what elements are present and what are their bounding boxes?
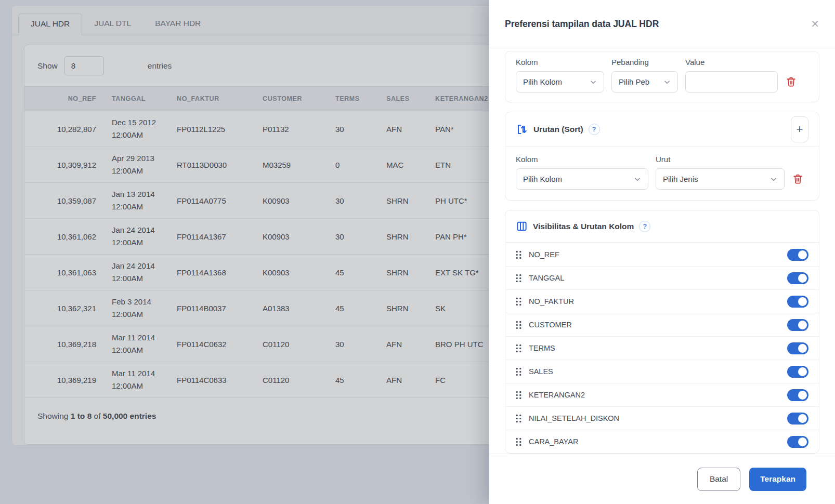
toggle-knob (798, 367, 807, 376)
sort-urut-label: Urut (656, 155, 785, 164)
filter-value-label: Value (685, 58, 778, 67)
drag-handle-icon[interactable] (516, 344, 521, 353)
visibility-row: KETERANGAN2 (505, 383, 819, 406)
column-visibility-toggle[interactable] (787, 296, 808, 308)
filter-pebanding-label: Pebanding (611, 58, 678, 67)
drag-handle-icon[interactable] (516, 391, 521, 400)
filter-card: Kolom Pilih Kolom Pebanding Pilih Peb (505, 51, 819, 102)
chevron-down-icon (634, 176, 641, 183)
filter-kolom-label: Kolom (516, 58, 604, 67)
filter-pebanding-field: Pebanding Pilih Peb (611, 58, 678, 92)
visibility-row: CARA_BAYAR (505, 430, 819, 453)
apply-button[interactable]: Terapkan (749, 468, 806, 491)
visibility-row: NO_FAKTUR (505, 289, 819, 313)
panel-header: Preferensi tampilan data JUAL HDR ✕ (489, 0, 835, 48)
column-name: NILAI_SETELAH_DISKON (529, 414, 619, 422)
toggle-knob (798, 274, 807, 283)
column-visibility-toggle[interactable] (787, 366, 808, 378)
sort-kolom-select[interactable]: Pilih Kolom (516, 168, 648, 190)
visibility-list: NO_REF TANGGAL (505, 243, 819, 453)
column-name: TERMS (529, 344, 555, 352)
column-visibility-toggle[interactable] (787, 272, 808, 284)
toggle-knob (798, 391, 807, 400)
app-root: JUAL HDR JUAL DTL BAYAR HDR Show entries (0, 0, 835, 504)
trash-icon[interactable] (785, 76, 797, 88)
column-visibility-toggle[interactable] (787, 413, 808, 425)
visibility-help-icon[interactable]: ? (639, 221, 650, 232)
column-visibility-toggle[interactable] (787, 319, 808, 331)
filter-value-input[interactable] (685, 71, 778, 92)
preferences-panel: Preferensi tampilan data JUAL HDR ✕ Kolo… (489, 0, 835, 504)
filter-kolom-select[interactable]: Pilih Kolom (516, 71, 604, 92)
column-name: CUSTOMER (529, 321, 572, 329)
toggle-knob (798, 437, 807, 446)
column-name: CARA_BAYAR (529, 437, 578, 446)
chevron-down-icon (590, 78, 597, 86)
toggle-knob (798, 297, 807, 306)
sort-urut-value: Pilih Jenis (663, 175, 698, 183)
drag-handle-icon[interactable] (516, 250, 521, 259)
visibility-row: TERMS (505, 336, 819, 360)
drag-handle-icon[interactable] (516, 414, 521, 423)
chevron-down-icon (770, 176, 777, 183)
column-visibility-toggle[interactable] (787, 342, 808, 354)
filter-value-field: Value (685, 58, 778, 92)
visibility-card: Visibilitas & Urutan Kolom ? NO_REF (505, 210, 819, 454)
toggle-knob (798, 321, 807, 329)
sort-title: Urutan (Sort) (533, 125, 583, 134)
sort-card: Urutan (Sort) ? + Kolom Pilih Kolom (505, 112, 819, 201)
toggle-knob (798, 250, 807, 259)
drag-handle-icon[interactable] (516, 274, 521, 283)
chevron-down-icon (663, 78, 671, 86)
visibility-row: NILAI_SETELAH_DISKON (505, 406, 819, 430)
visibility-title: Visibilitas & Urutan Kolom (533, 222, 634, 231)
add-sort-button[interactable]: + (791, 116, 808, 142)
sort-help-icon[interactable]: ? (589, 124, 600, 135)
filter-kolom-value: Pilih Kolom (523, 77, 562, 86)
trash-icon[interactable] (792, 173, 804, 185)
cancel-button[interactable]: Batal (697, 468, 740, 491)
column-visibility-toggle[interactable] (787, 389, 808, 401)
drag-handle-icon[interactable] (516, 321, 521, 329)
toggle-knob (798, 414, 807, 423)
column-name: NO_REF (529, 250, 559, 259)
filter-pebanding-value: Pilih Peb (619, 77, 649, 86)
columns-icon (516, 220, 528, 232)
panel-footer: Batal Terapkan (489, 454, 835, 504)
sort-kolom-value: Pilih Kolom (523, 175, 562, 183)
column-name: NO_FAKTUR (529, 297, 574, 306)
toggle-knob (798, 344, 807, 353)
column-name: SALES (529, 367, 553, 376)
filter-kolom-field: Kolom Pilih Kolom (516, 58, 604, 92)
column-name: TANGGAL (529, 274, 564, 282)
sort-kolom-field: Kolom Pilih Kolom (516, 155, 648, 190)
sort-kolom-label: Kolom (516, 155, 648, 164)
drag-handle-icon[interactable] (516, 437, 521, 446)
visibility-row: CUSTOMER (505, 313, 819, 336)
sort-icon (516, 123, 528, 136)
column-name: KETERANGAN2 (529, 391, 585, 399)
drag-handle-icon[interactable] (516, 297, 521, 306)
visibility-row: SALES (505, 360, 819, 383)
filter-pebanding-select[interactable]: Pilih Peb (611, 71, 678, 92)
panel-title: Preferensi tampilan data JUAL HDR (505, 19, 659, 30)
visibility-row: TANGGAL (505, 266, 819, 289)
sort-urut-select[interactable]: Pilih Jenis (656, 168, 785, 190)
close-icon[interactable]: ✕ (811, 19, 819, 29)
panel-body: Kolom Pilih Kolom Pebanding Pilih Peb (489, 48, 835, 454)
column-visibility-toggle[interactable] (787, 249, 808, 261)
visibility-row: NO_REF (505, 243, 819, 266)
sort-urut-field: Urut Pilih Jenis (656, 155, 785, 190)
column-visibility-toggle[interactable] (787, 436, 808, 448)
drag-handle-icon[interactable] (516, 367, 521, 376)
